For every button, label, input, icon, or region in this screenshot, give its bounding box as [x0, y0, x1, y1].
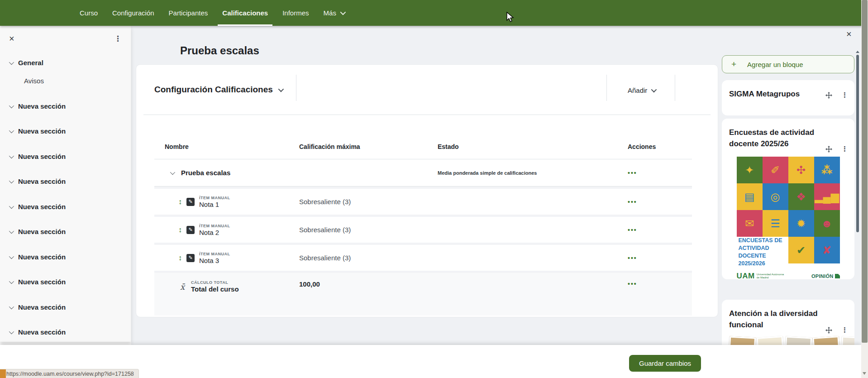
browser-scrollbar [861, 0, 868, 378]
browser-status-bar: https://moodle.uam.es/course/view.php?id… [0, 369, 139, 378]
opinion-logo-square [835, 274, 840, 278]
item-actions-button[interactable]: ••• [628, 198, 682, 206]
sidebar-item-avisos[interactable]: Avisos [24, 76, 122, 86]
move-block-icon[interactable] [825, 146, 832, 153]
sidebar-item-section[interactable]: Nueva sección [9, 327, 122, 338]
close-blocks-drawer-icon[interactable]: × [846, 29, 852, 38]
move-block-icon[interactable] [825, 327, 832, 334]
chevron-down-icon [9, 229, 14, 234]
toolbar-divider [296, 75, 296, 101]
sidebar-item-section[interactable]: Nueva sección [9, 226, 122, 237]
tab-configuracion[interactable]: Configuración [105, 0, 162, 26]
encuestas-poster-image[interactable]: ✦ ✐ ✣ ⁂ ▤ ◎ ❖ ▂▄▆ ✉ ☰ [737, 157, 840, 279]
sidebar-item-section[interactable]: Nueva sección [9, 201, 122, 212]
tab-calificaciones[interactable]: Calificaciones [215, 0, 275, 26]
move-block-icon[interactable] [825, 92, 832, 99]
chevron-down-icon [170, 169, 175, 174]
mean-calculation-icon: x̄ [178, 282, 186, 292]
item-type-label: ÍTEM MANUAL [199, 224, 230, 228]
toolbar-divider [606, 75, 607, 101]
edit-item-icon[interactable]: ✎ [186, 226, 195, 234]
edit-item-icon[interactable]: ✎ [186, 254, 195, 262]
move-item-icon[interactable]: ↕ [178, 254, 182, 262]
total-name: Total del curso [191, 285, 239, 293]
tab-informes[interactable]: Informes [275, 0, 316, 26]
chevron-down-icon [9, 60, 14, 65]
item-type-label: ÍTEM MANUAL [199, 252, 230, 256]
block-title: Atención a la diversidad funcional [729, 308, 822, 330]
item-name[interactable]: Nota 3 [199, 257, 230, 264]
tab-curso[interactable]: Curso [72, 0, 105, 26]
category-actions-button[interactable]: ••• [628, 169, 682, 177]
move-item-icon[interactable]: ↕ [178, 226, 182, 234]
kebab-menu-icon[interactable]: ⋮ [841, 145, 848, 153]
sidebar-item-section[interactable]: Nueva sección [9, 126, 122, 137]
col-header-estado: Estado [438, 143, 628, 150]
item-actions-button[interactable]: ••• [628, 226, 682, 234]
move-item-icon[interactable]: ↕ [178, 198, 182, 206]
poster-caption: ENCUESTAS DE ACTIVIDAD DOCENTE 2025/2026 [737, 237, 788, 268]
item-name[interactable]: Nota 2 [199, 229, 230, 236]
col-header-calificacion-maxima: Calificación máxima [299, 143, 438, 150]
page-title: Prueba escalas [180, 44, 259, 57]
chevron-down-icon [9, 103, 14, 108]
kebab-menu-icon[interactable]: ⋮ [841, 326, 848, 334]
table-row-grade-item: ↕ ✎ ÍTEM MANUAL Nota 3 Sobresaliente (3)… [154, 245, 692, 271]
plus-icon: + [731, 59, 736, 69]
poster-icon-tile: ✐ [763, 157, 788, 183]
add-block-button[interactable]: + Agregar un bloque [722, 55, 854, 73]
poster-logos: UAM Universidad Autónoma de Madrid OPINI… [737, 268, 840, 279]
cross-mark-tile: ✘ [814, 237, 840, 263]
status-badge: Media ponderada simple de calificaciones [438, 170, 628, 176]
item-max-grade: Sobresaliente (3) [299, 198, 438, 206]
poster-icon-tile: ☻ [814, 210, 840, 237]
tab-participantes[interactable]: Participantes [162, 0, 215, 26]
add-grade-item-dropdown[interactable]: Añadir [628, 86, 655, 94]
kebab-menu-icon[interactable]: ⋮ [841, 91, 848, 99]
save-changes-button[interactable]: Guardar cambios [629, 355, 701, 372]
table-header-row: Nombre Calificación máxima Estado Accion… [154, 134, 692, 159]
poster-icon-tile: ✣ [788, 157, 814, 183]
total-type-label: CÁLCULO TOTAL [191, 280, 239, 285]
check-mark-tile: ✔ [788, 237, 814, 263]
sidebar-item-general[interactable]: General [9, 57, 122, 68]
browser-scrollbar-thumb[interactable] [862, 0, 868, 343]
item-name[interactable]: Nota 1 [199, 201, 230, 208]
sidebar-item-section[interactable]: Nueva sección [9, 151, 122, 162]
drawer-scrollbar-thumb[interactable] [856, 55, 859, 232]
chevron-down-icon [9, 304, 14, 309]
scroll-down-arrow-icon[interactable] [863, 372, 866, 375]
chevron-down-icon [651, 87, 657, 93]
scroll-up-arrow-icon[interactable] [856, 51, 859, 53]
sidebar-item-section[interactable]: Nueva sección [9, 252, 122, 263]
item-rows: ↕ ✎ ÍTEM MANUAL Nota 1 Sobresaliente (3)… [154, 189, 692, 273]
chevron-down-icon [9, 128, 14, 133]
poster-icon-tile: ☰ [763, 210, 788, 237]
sidebar-item-section[interactable]: Nueva sección [9, 277, 122, 287]
total-actions-button[interactable]: ••• [628, 280, 682, 287]
sidebar-item-section[interactable]: Nueva sección [9, 176, 122, 187]
gradebook-view-selector[interactable]: Configuración Calificaciones [154, 85, 282, 95]
chevron-down-icon [9, 279, 14, 284]
category-collapse-toggle[interactable]: Prueba escalas [165, 169, 299, 177]
edit-item-icon[interactable]: ✎ [186, 198, 195, 206]
poster-icon-tile: ⁂ [814, 157, 840, 183]
toolbar-divider [675, 75, 675, 101]
course-index-drawer: × ⋮ General Avisos Nueva sección Nueva s… [0, 26, 131, 342]
chevron-down-icon [9, 153, 14, 158]
item-actions-button[interactable]: ••• [628, 254, 682, 262]
sidebar-item-section[interactable]: Nueva sección [9, 302, 122, 313]
close-drawer-icon[interactable]: × [9, 34, 14, 43]
tab-mas[interactable]: Más [316, 0, 352, 26]
item-type-label: ÍTEM MANUAL [199, 196, 230, 200]
uam-logo: UAM Universidad Autónoma de Madrid [737, 272, 785, 279]
opinion-logo: OPINIÓN [811, 273, 840, 279]
chevron-down-icon [9, 203, 14, 208]
block-title: Encuestas de actividad docente 2025/26 [729, 127, 822, 149]
item-max-grade: Sobresaliente (3) [299, 226, 438, 234]
status-url: https://moodle.uam.es/course/view.php?id… [6, 371, 134, 377]
sidebar-item-section[interactable]: Nueva sección [9, 101, 122, 112]
drawer-scrollbar [856, 51, 859, 232]
kebab-menu-icon[interactable]: ⋮ [114, 35, 122, 43]
gradebook-toolbar: Configuración Calificaciones Añadir [136, 65, 718, 106]
